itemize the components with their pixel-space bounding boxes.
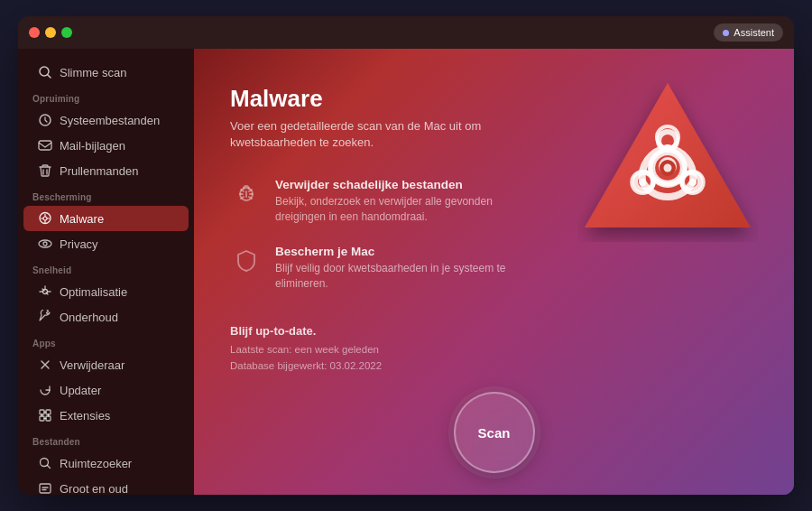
svg-rect-18 (46, 410, 51, 414)
main-content: Malware Voer een gedetailleerde scan van… (194, 49, 794, 495)
sidebar-item-label: Privacy (60, 237, 98, 251)
svg-rect-17 (40, 410, 44, 414)
close-button[interactable] (29, 27, 40, 38)
sidebar-item-label: Optimalisatie (60, 285, 127, 299)
sidebar-item-label: Prullenmanden (60, 164, 138, 178)
sidebar-item-verwijderaar[interactable]: Verwijderaar (23, 352, 189, 377)
assistant-label: Assistent (734, 27, 774, 38)
sidebar-item-label: Mail-bijlagen (60, 139, 125, 153)
section-apps-label: Apps (18, 330, 194, 352)
privacy-icon (38, 237, 52, 251)
groot-oud-icon (38, 481, 52, 495)
sidebar-item-optimalisatie[interactable]: Optimalisatie (23, 279, 189, 304)
feature-desc-bescherm: Blijf veilig door kwetsbaarheden in je s… (275, 261, 510, 292)
sidebar-item-label: Slimme scan (60, 66, 126, 79)
sidebar-item-systeembestanden[interactable]: Systeembestanden (23, 107, 189, 133)
page-title: Malware (230, 85, 758, 113)
sidebar-item-ruimtezoeker[interactable]: Ruimtezoeker (23, 451, 189, 476)
svg-point-16 (43, 290, 48, 294)
features-list: Verwijder schadelijke bestanden Bekijk, … (230, 178, 758, 291)
sidebar-item-mail-bijlagen[interactable]: Mail-bijlagen (23, 133, 189, 158)
assistant-button[interactable]: Assistent (714, 23, 783, 42)
svg-point-4 (43, 217, 47, 220)
sidebar-item-label: Onderhoud (60, 311, 118, 324)
svg-line-22 (48, 466, 51, 469)
status-section: Blijf up-to-date. Laatste scan: een week… (230, 310, 758, 375)
sidebar-item-prullenmanden[interactable]: Prullenmanden (23, 158, 189, 183)
svg-point-10 (43, 242, 47, 246)
sidebar-item-groot-en-oud[interactable]: Groot en oud (23, 476, 189, 495)
sidebar-item-onderhoud[interactable]: Onderhoud (23, 304, 189, 330)
section-bescherming-label: Bescherming (18, 183, 194, 206)
sidebar-item-extensies[interactable]: Extensies (23, 403, 189, 428)
scan-icon (38, 65, 52, 79)
main-window: Assistent Slimme scan Opruiming (18, 16, 794, 495)
status-database: Database bijgewerkt: 03.02.2022 (230, 358, 758, 374)
svg-rect-3 (39, 141, 51, 150)
onderhoud-icon (38, 310, 52, 324)
scan-button-container: Scan (230, 392, 758, 473)
sidebar-item-privacy[interactable]: Privacy (23, 231, 189, 256)
title-bar: Assistent (18, 16, 794, 49)
sidebar-item-label: Malware (60, 212, 104, 226)
svg-point-9 (39, 240, 51, 247)
page-subtitle: Voer een gedetailleerde scan van de Mac … (230, 118, 483, 151)
systeembestanden-icon (38, 113, 52, 127)
verwijderaar-icon (38, 358, 52, 372)
sidebar-item-label: Ruimtezoeker (60, 457, 132, 470)
status-title: Blijf up-to-date. (230, 324, 758, 338)
optimalisatie-icon (38, 284, 52, 299)
feature-item-bescherm: Bescherm je Mac Blijf veilig door kwetsb… (230, 245, 758, 292)
section-snelheid-label: Snelheid (18, 256, 194, 279)
sidebar-item-slimme-scan[interactable]: Slimme scan (23, 60, 189, 85)
trash-icon (38, 163, 52, 178)
maximize-button[interactable] (61, 27, 72, 38)
feature-text-verwijder: Verwijder schadelijke bestanden Bekijk, … (275, 178, 510, 225)
section-bestanden-label: Bestanden (18, 428, 194, 451)
content-inner: Malware Voer een gedetailleerde scan van… (230, 85, 758, 473)
feature-title-bescherm: Bescherm je Mac (275, 245, 510, 258)
scan-button[interactable]: Scan (454, 392, 535, 473)
sidebar-item-label: Updater (60, 384, 101, 397)
extensies-icon (38, 408, 52, 423)
svg-line-1 (48, 75, 51, 78)
feature-desc-verwijder: Bekijk, onderzoek en verwijder alle gevo… (275, 194, 510, 225)
sidebar-item-label: Extensies (60, 409, 110, 423)
mail-icon (38, 138, 52, 153)
svg-rect-19 (40, 416, 44, 421)
svg-rect-23 (40, 484, 51, 493)
ruimtezoeker-icon (38, 456, 52, 470)
section-opruiming-label: Opruiming (18, 85, 194, 107)
svg-rect-20 (46, 416, 51, 421)
minimize-button[interactable] (45, 27, 56, 38)
malware-icon (38, 211, 52, 226)
sidebar-item-label: Systeembestanden (60, 114, 160, 127)
sidebar-item-updater[interactable]: Updater (23, 377, 189, 403)
assistant-dot (723, 30, 729, 36)
traffic-lights (29, 27, 72, 38)
content-area: Slimme scan Opruiming Systeembestanden (18, 49, 794, 495)
updater-icon (38, 383, 52, 397)
feature-text-bescherm: Bescherm je Mac Blijf veilig door kwetsb… (275, 245, 510, 292)
sidebar: Slimme scan Opruiming Systeembestanden (18, 49, 194, 495)
feature-item-verwijder: Verwijder schadelijke bestanden Bekijk, … (230, 178, 758, 225)
status-last-scan: Laatste scan: een week geleden (230, 341, 758, 358)
shield-protect-icon (230, 245, 263, 277)
sidebar-item-label: Verwijderaar (60, 358, 125, 372)
bug-icon (230, 178, 263, 210)
sidebar-item-malware[interactable]: Malware (23, 206, 189, 231)
feature-title-verwijder: Verwijder schadelijke bestanden (275, 178, 510, 191)
sidebar-item-label: Groot en oud (60, 482, 128, 496)
